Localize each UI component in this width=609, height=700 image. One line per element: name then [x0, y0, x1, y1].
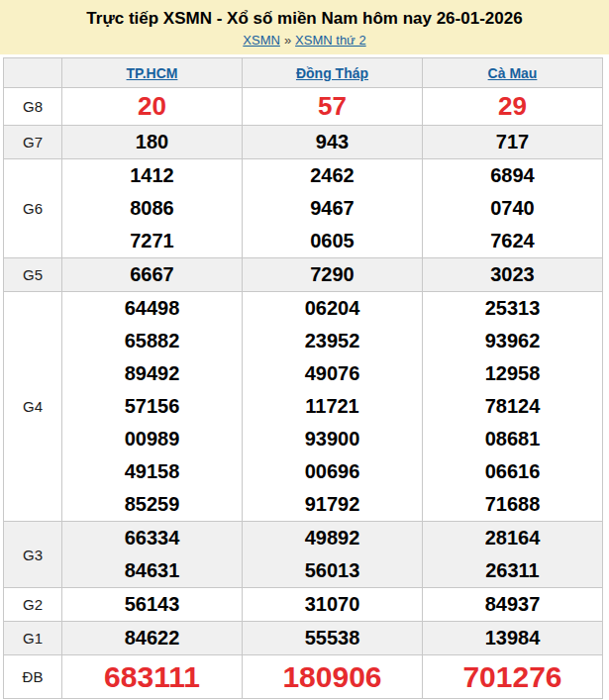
results-table: TP.HCMĐồng ThápCà Mau G8205729G718094371… — [3, 57, 603, 699]
result-number: 180 — [62, 126, 242, 158]
result-cell: 683111 — [62, 655, 243, 699]
result-number: 57156 — [62, 390, 242, 423]
result-number: 6667 — [62, 258, 242, 291]
result-number: 1412 — [62, 159, 242, 192]
result-cell: 701276 — [423, 655, 603, 699]
result-cell: 141280867271 — [62, 159, 243, 258]
table-row: G8205729 — [4, 88, 603, 126]
result-number: 23952 — [243, 325, 422, 357]
result-cell: 06204239524907611721939000069691792 — [243, 292, 423, 522]
result-number: 180906 — [243, 655, 422, 698]
result-cell: 84937 — [423, 588, 603, 622]
result-number: 6894 — [423, 159, 602, 192]
result-number: 13984 — [423, 622, 602, 654]
table-row: G1846225553813984 — [4, 622, 603, 655]
province-link-0[interactable]: TP.HCM — [127, 65, 178, 81]
result-cell: 55538 — [243, 622, 423, 655]
lottery-results-page: Trực tiếp XSMN - Xổ số miền Nam hôm nay … — [0, 0, 609, 700]
result-number: 85259 — [62, 488, 242, 521]
result-number: 0740 — [423, 192, 602, 225]
result-cell: 57 — [243, 88, 423, 126]
results-table-head: TP.HCMĐồng ThápCà Mau — [4, 58, 603, 88]
prize-label: G6 — [4, 159, 62, 258]
province-link-1[interactable]: Đồng Tháp — [296, 65, 368, 81]
result-number: 28164 — [423, 522, 602, 554]
prize-label: G8 — [4, 88, 62, 126]
result-cell: 717 — [423, 126, 603, 159]
result-number: 26311 — [423, 554, 602, 587]
result-number: 08681 — [423, 423, 602, 455]
result-cell: 3023 — [423, 258, 603, 292]
result-number: 84631 — [62, 554, 242, 587]
result-number: 717 — [423, 126, 602, 158]
result-number: 49892 — [243, 522, 422, 554]
result-cell: 25313939621295878124086810661671688 — [423, 292, 603, 522]
province-column-header: TP.HCM — [62, 58, 243, 88]
result-number: 9467 — [243, 192, 422, 225]
page-title: Trực tiếp XSMN - Xổ số miền Nam hôm nay … — [0, 9, 609, 29]
result-number: 00989 — [62, 423, 242, 455]
result-number: 49076 — [243, 357, 422, 390]
result-number: 55538 — [243, 622, 422, 654]
result-cell: 7290 — [243, 258, 423, 292]
result-number: 20 — [62, 88, 242, 125]
result-cell: 20 — [62, 88, 243, 126]
result-number: 57 — [243, 88, 422, 125]
result-cell: 4989256013 — [243, 522, 423, 588]
result-cell: 180 — [62, 126, 243, 159]
result-number: 7290 — [243, 258, 422, 291]
result-number: 64498 — [62, 292, 242, 325]
breadcrumb-link-xsmn-thu2[interactable]: XSMN thứ 2 — [295, 33, 366, 48]
result-number: 71688 — [423, 488, 602, 521]
result-number: 89492 — [62, 357, 242, 390]
prize-column-header — [4, 58, 62, 88]
result-cell: 13984 — [423, 622, 603, 655]
result-number: 2462 — [243, 159, 422, 192]
province-link-2[interactable]: Cà Mau — [488, 65, 538, 81]
prize-label: G2 — [4, 588, 62, 622]
table-row: G3663348463149892560132816426311 — [4, 522, 603, 588]
result-number: 56013 — [243, 554, 422, 587]
result-number: 25313 — [423, 292, 602, 325]
breadcrumb-link-xsmn[interactable]: XSMN — [243, 33, 280, 48]
results-table-body: G8205729G7180943717G61412808672712462946… — [4, 88, 603, 699]
breadcrumb-separator: » — [284, 33, 291, 48]
result-number: 8086 — [62, 192, 242, 225]
result-number: 943 — [243, 126, 422, 158]
result-cell: 689407407624 — [423, 159, 603, 258]
result-number: 7271 — [62, 225, 242, 257]
prize-label: G4 — [4, 292, 62, 522]
prize-label: ĐB — [4, 655, 62, 699]
result-number: 06616 — [423, 455, 602, 488]
province-column-header: Cà Mau — [423, 58, 603, 88]
province-column-header: Đồng Tháp — [243, 58, 423, 88]
result-cell: 180906 — [243, 655, 423, 699]
page-header: Trực tiếp XSMN - Xổ số miền Nam hôm nay … — [0, 0, 609, 54]
result-cell: 6633484631 — [62, 522, 243, 588]
result-number: 78124 — [423, 390, 602, 423]
result-number: 84622 — [62, 622, 242, 654]
result-cell: 56143 — [62, 588, 243, 622]
result-number: 31070 — [243, 588, 422, 621]
result-cell: 2816426311 — [423, 522, 603, 588]
result-number: 91792 — [243, 488, 422, 521]
breadcrumb: XSMN»XSMN thứ 2 — [0, 33, 609, 48]
result-cell: 246294670605 — [243, 159, 423, 258]
table-row: G464498658828949257156009894915885259062… — [4, 292, 603, 522]
prize-label: G3 — [4, 522, 62, 588]
result-number: 0605 — [243, 225, 422, 257]
result-cell: 64498658828949257156009894915885259 — [62, 292, 243, 522]
prize-label: G5 — [4, 258, 62, 292]
result-cell: 6667 — [62, 258, 243, 292]
table-row: G7180943717 — [4, 126, 603, 159]
result-number: 00696 — [243, 455, 422, 488]
result-cell: 31070 — [243, 588, 423, 622]
result-number: 66334 — [62, 522, 242, 554]
table-row: G2561433107084937 — [4, 588, 603, 622]
result-number: 56143 — [62, 588, 242, 621]
result-number: 11721 — [243, 390, 422, 423]
result-number: 06204 — [243, 292, 422, 325]
result-number: 49158 — [62, 455, 242, 488]
result-number: 93900 — [243, 423, 422, 455]
result-number: 683111 — [62, 655, 242, 698]
